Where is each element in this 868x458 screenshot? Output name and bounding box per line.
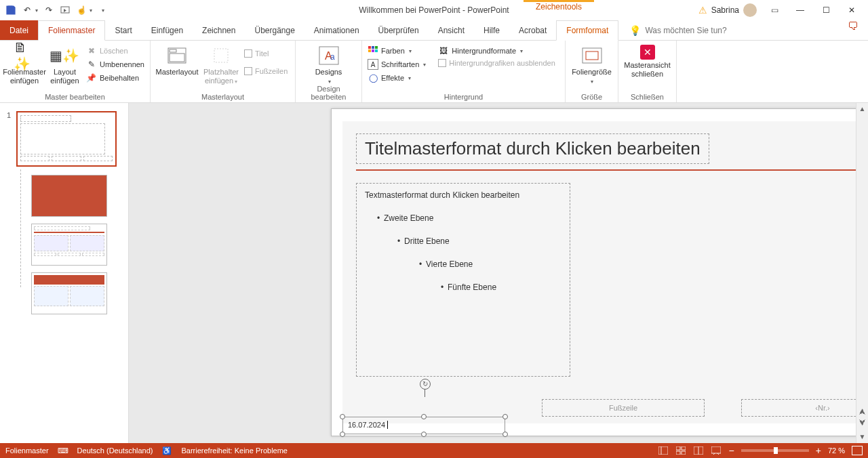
comments-icon[interactable]: 🗨 — [848, 20, 859, 33]
ribbon: 🗎✨ Folienmaster einfügen ▦✨ Layout einfü… — [0, 41, 868, 103]
zoom-thumb[interactable] — [774, 447, 778, 454]
date-value: 16.07.2024 — [348, 421, 388, 429]
effects-icon: ◯ — [368, 72, 378, 83]
zoom-value[interactable]: 72 % — [828, 446, 845, 455]
svg-rect-20 — [682, 446, 686, 450]
zoom-out-icon[interactable]: − — [729, 445, 734, 456]
tell-me-input[interactable] — [645, 26, 781, 35]
svg-rect-11 — [375, 46, 378, 49]
ribbon-display-icon[interactable]: ▭ — [766, 2, 783, 18]
slideshow-view-icon[interactable] — [710, 445, 722, 456]
slide-size-button[interactable]: Foliengröße▾ — [572, 45, 612, 85]
edit-pane[interactable]: Titelmasterformat durch Klicken bearbeit… — [129, 103, 868, 443]
tab-ueberpruefen[interactable]: Überprüfen — [369, 20, 429, 40]
designs-icon: Aa — [318, 45, 340, 66]
rotate-handle-icon[interactable]: ↻ — [420, 379, 431, 390]
redo-icon[interactable]: ↷ — [43, 5, 54, 16]
slide-number-placeholder[interactable]: ‹Nr.› — [741, 399, 868, 417]
prev-slide-icon[interactable]: ⮝ — [856, 408, 868, 419]
group-label: Hintergrund — [366, 93, 561, 102]
undo-icon[interactable]: ↶ — [22, 5, 33, 16]
status-accessibility[interactable]: Barrierefreiheit: Keine Probleme — [181, 446, 288, 455]
view-buttons — [657, 445, 722, 456]
body-level-4: •Vierte Ebene — [365, 259, 561, 269]
thumbnail-pane[interactable]: 1 — [0, 103, 129, 443]
body-level-5: •Fünfte Ebene — [365, 283, 561, 292]
tab-einfuegen[interactable]: Einfügen — [142, 20, 193, 40]
title-placeholder[interactable]: Titelmasterformat durch Klicken bearbeit… — [356, 133, 709, 164]
svg-text:a: a — [330, 52, 335, 62]
vertical-scrollbar[interactable]: ▲ ⮝ ⮟ ▼ — [856, 103, 868, 443]
tab-zeichnen[interactable]: Zeichnen — [193, 20, 245, 40]
tab-hilfe[interactable]: Hilfe — [474, 20, 509, 40]
insert-slide-master-button[interactable]: 🗎✨ Folienmaster einfügen — [4, 45, 45, 85]
user-account[interactable]: ⚠ Sabrina — [698, 3, 757, 17]
tab-animationen[interactable]: Animationen — [304, 20, 369, 40]
undo-dropdown-icon[interactable]: ▾ — [35, 7, 38, 14]
status-view[interactable]: Folienmaster — [5, 446, 49, 455]
hide-bg-checkbox[interactable]: Hintergrundgrafiken ausblenden — [437, 58, 557, 68]
group-masterlayout: Masterlayout Platzhalter einfügen▾ Titel… — [151, 41, 296, 102]
insert-layout-button[interactable]: ▦✨ Layout einfügen — [47, 45, 82, 85]
tab-file[interactable]: Datei — [0, 20, 38, 40]
tell-me[interactable]: 💡 — [618, 20, 781, 40]
qat-customize-icon[interactable]: ▾ — [102, 7, 104, 14]
work-area: 1 Titelmasterformat durch — [0, 103, 868, 443]
footer-placeholder[interactable]: Fußzeile — [542, 399, 705, 417]
rename-button[interactable]: ✎Umbenennen — [85, 58, 146, 70]
group-label: Größe — [570, 93, 614, 102]
close-icon[interactable]: ✕ — [844, 2, 860, 18]
sorter-view-icon[interactable] — [675, 445, 687, 456]
save-icon[interactable] — [5, 5, 16, 16]
insert-placeholder-button[interactable]: Platzhalter einfügen▾ — [202, 45, 240, 85]
zoom-slider[interactable] — [741, 449, 809, 452]
start-from-beginning-icon[interactable] — [60, 5, 71, 16]
svg-rect-16 — [586, 51, 598, 60]
tab-folienmaster[interactable]: Folienmaster — [38, 20, 105, 41]
tab-uebergaenge[interactable]: Übergänge — [245, 20, 304, 40]
title-bar: ↶ ▾ ↷ ☝ ▾ ▾ Willkommen bei PowerPoint - … — [0, 0, 868, 20]
normal-view-icon[interactable] — [657, 445, 669, 456]
layout-thumbnail[interactable] — [31, 224, 107, 266]
minimize-icon[interactable]: — — [792, 2, 808, 18]
svg-rect-10 — [372, 46, 374, 49]
close-master-view-button[interactable]: ✕ Masteransicht schließen — [623, 45, 672, 78]
tab-start[interactable]: Start — [105, 20, 141, 40]
effects-button[interactable]: ◯Effekte▾ — [366, 72, 427, 84]
scroll-down-icon[interactable]: ▼ — [856, 431, 868, 443]
zoom-in-icon[interactable]: + — [816, 445, 821, 456]
bg-formats-button[interactable]: 🖼Hintergrundformate▾ — [437, 45, 557, 57]
status-language[interactable]: Deutsch (Deutschland) — [77, 446, 153, 455]
fonts-button[interactable]: ASchriftarten▾ — [366, 58, 427, 70]
svg-rect-14 — [375, 49, 378, 52]
reading-view-icon[interactable] — [692, 445, 705, 456]
preserve-button[interactable]: 📌Beibehalten — [85, 72, 146, 84]
layout-thumbnail[interactable] — [31, 272, 107, 314]
tab-formformat[interactable]: Formformat — [556, 20, 618, 41]
footer-checkbox[interactable]: Fußzeilen — [243, 66, 289, 76]
quick-access-toolbar: ↶ ▾ ↷ ☝ ▾ ▾ — [0, 5, 104, 16]
maximize-icon[interactable]: ☐ — [818, 2, 834, 18]
checkbox-icon — [244, 49, 252, 58]
next-slide-icon[interactable]: ⮟ — [856, 419, 868, 430]
slide-canvas[interactable]: Titelmasterformat durch Klicken bearbeit… — [331, 108, 868, 436]
master-thumbnail[interactable] — [16, 111, 117, 167]
preserve-icon: 📌 — [86, 72, 97, 83]
body-placeholder[interactable]: Textmasterformat durch Klicken bearbeite… — [356, 183, 570, 377]
avatar — [743, 3, 757, 17]
tab-acrobat[interactable]: Acrobat — [509, 20, 556, 40]
tab-ansicht[interactable]: Ansicht — [429, 20, 474, 40]
touch-mode-icon[interactable]: ☝ — [76, 5, 87, 16]
layout-thumbnails — [31, 175, 121, 314]
designs-button[interactable]: Aa Designs▾ — [309, 45, 349, 85]
delete-button[interactable]: ✖Löschen — [85, 45, 146, 57]
title-checkbox[interactable]: Titel — [243, 49, 289, 58]
layout-thumbnail[interactable] — [31, 175, 107, 217]
touch-dropdown-icon[interactable]: ▾ — [90, 7, 92, 14]
scroll-up-icon[interactable]: ▲ — [856, 103, 868, 115]
rename-icon: ✎ — [86, 59, 97, 70]
colors-button[interactable]: Farben▾ — [366, 45, 427, 57]
master-layout-button[interactable]: Masterlayout — [155, 45, 199, 77]
fit-to-window-icon[interactable] — [852, 446, 863, 455]
fonts-icon: A — [368, 59, 378, 70]
